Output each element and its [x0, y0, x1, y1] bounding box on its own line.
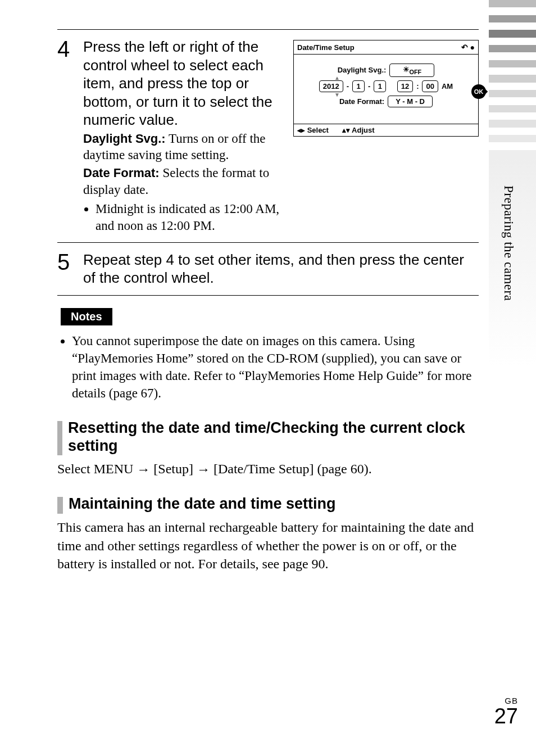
- step-note-item: Midnight is indicated as 12:00 AM, and n…: [96, 201, 281, 234]
- datetime-setup-screenshot: Date/Time Setup ↶ ● Daylight Svg.: ☀OFF …: [293, 40, 479, 137]
- dts-minute: 00: [422, 80, 438, 92]
- subsection-maintaining: Maintaining the date and time setting: [57, 495, 479, 514]
- back-icon: ↶ ●: [461, 43, 475, 52]
- step-note-list: Midnight is indicated as 12:00 AM, and n…: [96, 201, 281, 234]
- dts-day: 1: [374, 80, 386, 92]
- subsection-bar-icon: [57, 497, 63, 514]
- dts-daylight-value: ☀OFF: [389, 64, 434, 77]
- step-number: 4: [57, 38, 73, 234]
- side-stripes: [489, 0, 536, 157]
- definition-dateformat: Date Format: Selects the format to displ…: [83, 165, 281, 198]
- dts-format-value: Y - M - D: [388, 96, 433, 107]
- dts-date-row: 2012- 1- 1 12: 00 AM: [298, 80, 474, 92]
- subsection-bar-icon: [57, 421, 62, 455]
- dts-footer-select: ◂▸ Select: [297, 126, 329, 134]
- sun-off-icon: ☀: [403, 65, 410, 74]
- step-number: 5: [57, 251, 73, 287]
- main-content: 4 Press the left or right of the control…: [57, 29, 479, 573]
- definition-daylight: Daylight Svg.: Turns on or off the dayti…: [83, 130, 281, 164]
- divider: [57, 295, 479, 296]
- section-tab-label: Preparing the camera: [499, 185, 516, 354]
- step-4: 4 Press the left or right of the control…: [57, 30, 479, 242]
- dts-format-label: Date Format:: [339, 97, 384, 106]
- dts-month: 1: [352, 80, 365, 92]
- dts-hour: 12: [397, 80, 413, 92]
- arrow-icon: →: [137, 460, 150, 478]
- subsection-resetting: Resetting the date and time/Checking the…: [57, 419, 479, 455]
- notes-list: You cannot superimpose the date on image…: [72, 332, 479, 402]
- step-5: 5 Repeat step 4 to set other items, and …: [57, 243, 479, 295]
- page-number: 27: [494, 705, 518, 727]
- step-lead: Repeat step 4 to set other items, and th…: [83, 251, 479, 287]
- step-lead: Press the left or right of the control w…: [83, 38, 281, 129]
- subsection-heading: Resetting the date and time/Checking the…: [68, 419, 479, 455]
- arrow-icon: →: [197, 460, 210, 478]
- notes-item: You cannot superimpose the date on image…: [72, 332, 479, 402]
- subsection-body: Select MENU → [Setup] → [Date/Time Setup…: [57, 460, 479, 478]
- page-root: Preparing the camera GB 27 4 Press the l…: [0, 0, 536, 756]
- dts-title: Date/Time Setup: [297, 43, 355, 52]
- subsection-heading: Maintaining the date and time setting: [69, 495, 336, 513]
- subsection-body: This camera has an internal rechargeable…: [57, 518, 479, 573]
- dts-daylight-label: Daylight Svg.:: [338, 66, 387, 74]
- ok-button-icon: OK: [471, 84, 486, 99]
- notes-heading: Notes: [61, 308, 112, 325]
- page-footer: GB 27: [494, 696, 518, 727]
- dts-footer-adjust: ▴▾ Adjust: [342, 126, 375, 134]
- up-down-icon: ▲▼: [334, 75, 340, 98]
- dts-ampm: AM: [442, 82, 453, 90]
